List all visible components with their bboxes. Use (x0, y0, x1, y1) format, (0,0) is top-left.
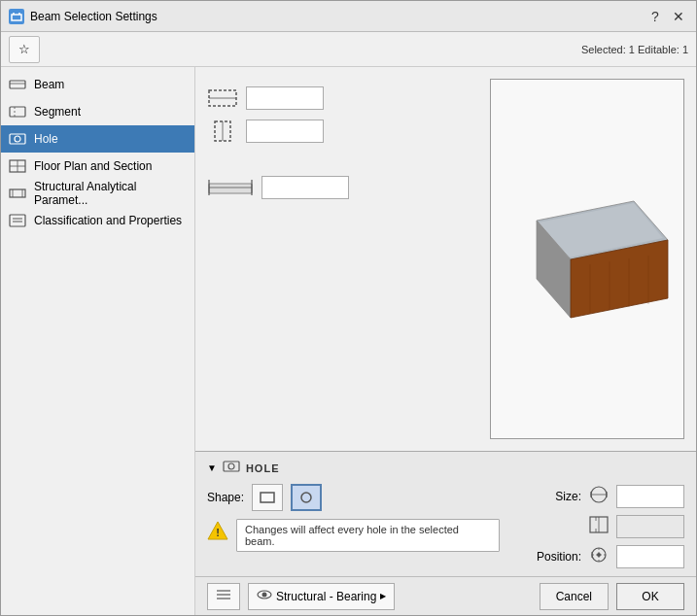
length-row: 5993 (207, 176, 478, 199)
hole-label: Hole (34, 132, 58, 146)
warning-message: Changes will affect every hole in the se… (236, 519, 500, 552)
height-row: 300 (207, 120, 478, 143)
svg-point-37 (301, 493, 311, 502)
sidebar-item-segment[interactable]: Segment (1, 98, 194, 125)
sidebar-item-hole[interactable]: Hole (1, 125, 194, 153)
shape-warning-section: Shape: (207, 484, 500, 552)
warning-icon: ! (207, 521, 228, 543)
bearing-eye-icon (257, 589, 272, 603)
main-window: Beam Selection Settings ? ✕ ☆ Selected: … (0, 0, 697, 616)
top-panel: 300 300 5993 (195, 67, 696, 451)
height-input[interactable]: 300 (246, 120, 324, 143)
ok-button[interactable]: OK (616, 583, 684, 610)
position-icon (587, 544, 610, 568)
beam-icon (9, 78, 26, 91)
svg-rect-22 (209, 184, 252, 193)
segment-icon (9, 105, 26, 119)
cancel-button[interactable]: Cancel (540, 583, 609, 610)
window-title: Beam Selection Settings (30, 10, 645, 23)
width-row: 300 (207, 86, 478, 110)
shape-row: Shape: (207, 484, 500, 511)
title-controls: ? ✕ (645, 7, 688, 26)
bearing-arrow-icon: ▶ (380, 592, 386, 600)
shape-label: Shape: (207, 491, 244, 504)
shape-circle-button[interactable] (291, 484, 322, 511)
favorites-button[interactable]: ☆ (9, 36, 40, 63)
svg-rect-12 (10, 189, 25, 197)
beam-preview-box (490, 79, 684, 439)
svg-rect-15 (10, 215, 25, 226)
beam-label: Beam (34, 78, 64, 91)
svg-point-35 (228, 463, 234, 469)
bearing-icon-button[interactable] (207, 583, 240, 610)
floorplan-icon (9, 159, 26, 173)
collapse-arrow[interactable]: ▼ (207, 462, 217, 473)
classification-label: Classification and Properties (34, 214, 182, 227)
sidebar-item-floorplan[interactable]: Floor Plan and Section (1, 153, 194, 180)
sidebar: Beam Segment Hole Floor Plan and Section (1, 67, 195, 615)
close-button[interactable]: ✕ (669, 7, 688, 26)
svg-rect-0 (12, 15, 21, 20)
classification-icon (9, 214, 26, 227)
params-section: 300 300 5993 (207, 79, 478, 439)
app-icon (9, 9, 24, 24)
panel-header-icon (223, 460, 240, 476)
svg-point-57 (262, 593, 267, 598)
structural-label: Structural Analytical Paramet... (34, 180, 187, 207)
bearing-icon (216, 588, 231, 604)
bearing-select-button[interactable]: Structural - Bearing ▶ (248, 583, 395, 610)
panel-title: HOLE (246, 462, 280, 474)
height-icon (207, 120, 238, 143)
hole-icon (9, 132, 26, 146)
sidebar-item-beam[interactable]: Beam (1, 71, 194, 98)
floorplan-label: Floor Plan and Section (34, 159, 152, 173)
main-content: Beam Segment Hole Floor Plan and Section (1, 67, 696, 615)
content-area: 300 300 5993 (195, 67, 696, 615)
size-position-section: Size: 100 (531, 484, 684, 568)
sidebar-item-classification[interactable]: Classification and Properties (1, 207, 194, 234)
star-icon: ☆ (18, 42, 30, 56)
svg-rect-36 (261, 493, 274, 502)
panel-header: ▼ HOLE (207, 460, 684, 476)
size-label: Size: (531, 490, 581, 503)
position-label: Position: (531, 550, 581, 564)
svg-point-8 (15, 136, 20, 142)
footer: Structural - Bearing ▶ Cancel OK (195, 576, 696, 615)
sidebar-item-structural[interactable]: Structural Analytical Paramet... (1, 180, 194, 207)
bearing-label: Structural - Bearing (276, 590, 376, 603)
position-input[interactable]: 100 (616, 545, 684, 568)
length-icon (207, 176, 254, 199)
size-icon-2 (587, 514, 610, 538)
svg-rect-5 (10, 107, 25, 117)
selection-info: Selected: 1 Editable: 1 (581, 44, 688, 55)
hole-panel: ▼ HOLE Shape: (195, 451, 696, 576)
segment-label: Segment (34, 105, 81, 119)
structural-icon (9, 187, 26, 200)
title-bar: Beam Selection Settings ? ✕ (1, 1, 696, 32)
panel-body: Shape: (207, 484, 684, 568)
toolbar: ☆ Selected: 1 Editable: 1 (1, 32, 696, 67)
size-input-2: 100 (616, 515, 684, 538)
help-button[interactable]: ? (645, 7, 665, 26)
width-icon (207, 86, 238, 110)
shape-rect-button[interactable] (252, 484, 283, 511)
warning-row: ! Changes will affect every hole in the … (207, 519, 500, 552)
size-icon (587, 484, 610, 508)
size-row-2: 100 (531, 514, 684, 538)
size-row-1: Size: 100 (531, 484, 684, 508)
position-row: Position: 100 (531, 544, 684, 568)
beam-3d-preview (491, 80, 683, 438)
size-input-1[interactable]: 100 (616, 485, 684, 508)
width-input[interactable]: 300 (246, 86, 324, 110)
svg-text:!: ! (216, 527, 220, 538)
length-input[interactable]: 5993 (261, 176, 349, 199)
svg-rect-3 (10, 81, 25, 88)
